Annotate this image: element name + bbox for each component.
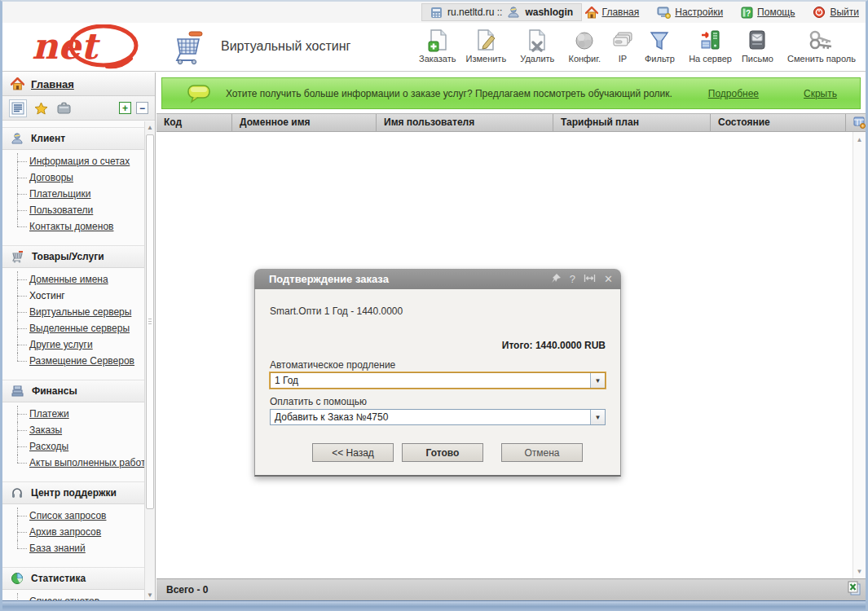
scroll-down-icon[interactable]: ▼ bbox=[145, 589, 155, 600]
table-settings-button[interactable] bbox=[846, 114, 866, 131]
server-login-box: ru.netltd.ru :: washlogin bbox=[421, 3, 582, 21]
toolbar-edit-button[interactable]: Изменить bbox=[461, 28, 512, 64]
scrollbar-thumb[interactable] bbox=[146, 134, 154, 509]
close-icon[interactable]: ✕ bbox=[604, 274, 613, 284]
user-icon bbox=[507, 6, 520, 19]
sidebar-home[interactable]: Главная bbox=[2, 73, 155, 96]
nav-home[interactable]: Главная bbox=[585, 7, 640, 19]
toolbar-ip-button[interactable]: IP bbox=[606, 28, 640, 64]
section-finance-title: Финансы bbox=[32, 385, 77, 397]
pin-icon[interactable] bbox=[550, 273, 562, 285]
sidebar-item-accounts-info[interactable]: Информация о счетах bbox=[17, 153, 141, 169]
toolbar-delete-button[interactable]: Удалить bbox=[515, 28, 559, 64]
sidebar-item-report-list[interactable]: Список отчетов bbox=[17, 593, 141, 600]
payment-select[interactable]: Добавить к Заказ №4750 ▼ bbox=[270, 409, 606, 425]
toolbar-config-button[interactable]: Конфиг. bbox=[563, 28, 606, 64]
export-excel-button[interactable] bbox=[847, 581, 861, 599]
sidebar-item-payers[interactable]: Плательщики bbox=[17, 186, 141, 202]
home-icon bbox=[11, 77, 24, 90]
dialog-product-line: Smart.Опти 1 Год - 1440.0000 bbox=[270, 306, 606, 317]
scroll-down-icon[interactable]: ▼ bbox=[853, 565, 866, 577]
total-count: Всего - 0 bbox=[156, 584, 847, 596]
done-button[interactable]: Готово bbox=[402, 443, 483, 462]
speech-bubble-icon bbox=[187, 84, 211, 103]
column-state[interactable]: Состояние bbox=[711, 114, 846, 131]
sidebar-item-request-archive[interactable]: Архив запросов bbox=[17, 524, 141, 540]
sidebar-item-other-services[interactable]: Другие услуги bbox=[17, 336, 141, 353]
app-window: ru.netltd.ru :: washlogin Главная Настро… bbox=[0, 0, 868, 611]
toolbar-letter-label: Письмо bbox=[742, 54, 773, 64]
toolbar-to-server-button[interactable]: На сервер bbox=[684, 28, 737, 64]
sidebar-item-server-colocation[interactable]: Размещение Серверов bbox=[17, 353, 141, 369]
section-stats-header[interactable]: Статистика bbox=[2, 567, 144, 590]
banner-hide-link[interactable]: Скрыть bbox=[804, 88, 837, 99]
list-icon bbox=[11, 102, 24, 115]
sidebar-item-domain-contacts[interactable]: Контакты доменов bbox=[17, 218, 141, 235]
nav-settings[interactable]: Настройки bbox=[657, 7, 723, 19]
sidebar-item-users[interactable]: Пользователи bbox=[17, 202, 141, 218]
section-goods-items: Доменные имена Хостинг Виртуальные серве… bbox=[2, 268, 144, 374]
expand-all-button[interactable]: + bbox=[119, 102, 131, 114]
section-finance-header[interactable]: Финансы bbox=[2, 380, 144, 402]
menu-view-briefcase-button[interactable] bbox=[55, 99, 73, 117]
sidebar-item-virtual-servers[interactable]: Виртуальные серверы bbox=[17, 304, 141, 320]
chevron-down-icon[interactable]: ▼ bbox=[590, 410, 605, 424]
nav-logout[interactable]: Выйти bbox=[813, 6, 859, 19]
menu-view-favorites-button[interactable] bbox=[32, 99, 50, 117]
section-support-title: Центр поддержки bbox=[31, 487, 117, 499]
sidebar-item-knowledge-base[interactable]: База знаний bbox=[17, 540, 141, 556]
dialog-title: Подтверждение заказа bbox=[269, 273, 542, 285]
config-icon bbox=[572, 28, 597, 52]
nav-settings-label: Настройки bbox=[675, 7, 723, 18]
sidebar-item-contracts[interactable]: Договоры bbox=[17, 169, 141, 186]
sidebar-item-domain-names[interactable]: Доменные имена bbox=[17, 271, 141, 288]
header: net Виртуальный хостинг Заказать Изменит… bbox=[2, 23, 866, 72]
section-client-title: Клиент bbox=[31, 133, 65, 144]
column-username[interactable]: Имя пользователя bbox=[377, 114, 553, 131]
banner-more-link[interactable]: Подробнее bbox=[708, 88, 759, 99]
section-client-header[interactable]: Клиент bbox=[2, 127, 144, 150]
server-host: ru.netltd.ru :: bbox=[447, 7, 502, 18]
info-banner: Хотите получить больше информации о зака… bbox=[161, 77, 861, 109]
scroll-up-icon[interactable]: ▲ bbox=[853, 134, 866, 145]
table-header: Код Доменное имя Имя пользователя Тарифн… bbox=[156, 113, 866, 132]
chevron-down-icon[interactable]: ▼ bbox=[590, 373, 605, 388]
dialog-total: Итого: 1440.0000 RUB bbox=[270, 340, 606, 351]
sidebar-item-expenses[interactable]: Расходы bbox=[17, 438, 141, 455]
sidebar-item-orders[interactable]: Заказы bbox=[17, 422, 141, 438]
toolbar-change-password-button[interactable]: Сменить пароль bbox=[782, 28, 861, 64]
sidebar-item-work-acts[interactable]: Акты выполненных работ bbox=[17, 455, 141, 471]
item-label: Архив запросов bbox=[29, 526, 101, 538]
resize-icon[interactable] bbox=[584, 274, 596, 284]
sidebar-item-dedicated-servers[interactable]: Выделенные серверы bbox=[17, 320, 141, 336]
toolbar-letter-button[interactable]: Письмо bbox=[737, 28, 778, 64]
sidebar: Главная + − Клиент Информ bbox=[2, 73, 156, 600]
nav-help[interactable]: ? Помощь bbox=[741, 7, 795, 19]
sidebar-scrollbar[interactable]: ▲ ▼ bbox=[144, 121, 155, 600]
column-domain-name[interactable]: Доменное имя bbox=[232, 114, 377, 131]
sidebar-item-request-list[interactable]: Список запросов bbox=[17, 508, 141, 524]
back-button[interactable]: << Назад bbox=[312, 443, 394, 462]
sidebar-item-payments[interactable]: Платежи bbox=[17, 406, 141, 422]
section-stats-title: Статистика bbox=[31, 573, 86, 584]
item-label: Акты выполненных работ bbox=[29, 457, 144, 468]
main-content: Хотите получить больше информации о зака… bbox=[156, 73, 866, 600]
collapse-all-button[interactable]: − bbox=[136, 102, 148, 114]
sidebar-item-hosting[interactable]: Хостинг bbox=[17, 288, 141, 304]
toolbar-filter-button[interactable]: Фильтр bbox=[640, 28, 680, 64]
toolbar-order-button[interactable]: Заказать bbox=[414, 28, 461, 64]
table-scrollbar[interactable]: ▲ ▼ bbox=[853, 132, 866, 578]
menu-view-list-button[interactable] bbox=[9, 99, 27, 117]
column-code[interactable]: Код bbox=[156, 114, 232, 131]
section-goods-header[interactable]: Товары/Услуги bbox=[2, 245, 144, 268]
cancel-button[interactable]: Отмена bbox=[501, 443, 583, 462]
section-support-header[interactable]: Центр поддержки bbox=[2, 481, 144, 504]
banner-message: Хотите получить больше информации о зака… bbox=[226, 88, 708, 99]
dialog-titlebar[interactable]: Подтверждение заказа ? ✕ bbox=[254, 269, 621, 289]
scroll-up-icon[interactable]: ▲ bbox=[145, 121, 155, 133]
shopping-cart-icon bbox=[170, 29, 205, 68]
dialog-body: Smart.Опти 1 Год - 1440.0000 Итого: 1440… bbox=[254, 289, 621, 477]
help-icon[interactable]: ? bbox=[570, 274, 575, 284]
column-tariff-plan[interactable]: Тарифный план bbox=[553, 114, 711, 131]
autorenew-select[interactable]: 1 Год ▼ bbox=[270, 372, 606, 389]
